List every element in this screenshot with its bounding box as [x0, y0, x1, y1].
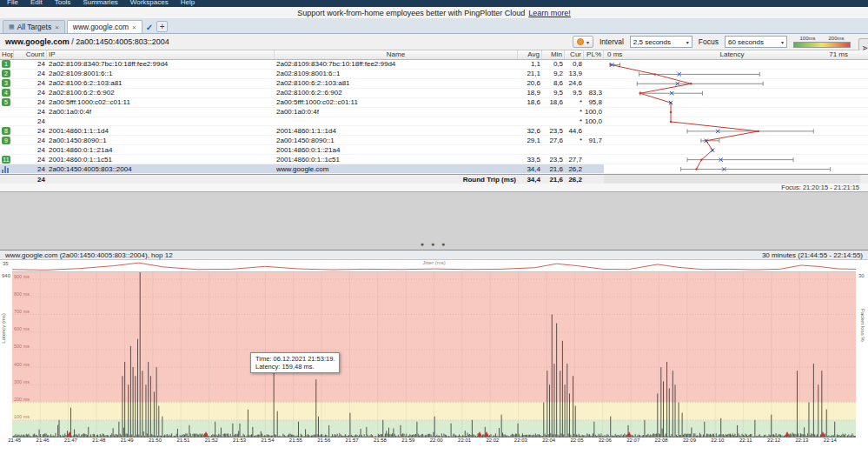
hop-row-12[interactable]: 242a00:1450:4005:803::2004www.google.com…	[0, 164, 868, 174]
time-label: 21:46	[36, 438, 50, 443]
focus-select[interactable]: 60 seconds ▾	[725, 36, 787, 48]
pl-cell: 100,0	[584, 108, 604, 117]
menu-tools[interactable]: Tools	[55, 0, 71, 7]
count-cell: 24	[14, 60, 47, 69]
col-pl[interactable]: PL%	[584, 50, 604, 59]
col-name[interactable]: Name	[275, 50, 518, 59]
ip-cell	[47, 117, 275, 126]
timeline-graph-area[interactable]: 100 ms200 ms300 ms400 ms500 ms600 ms700 …	[0, 272, 868, 438]
cur-cell	[565, 145, 584, 154]
interval-label: Interval	[600, 37, 624, 46]
avg-cell: 33,5	[518, 155, 542, 164]
hop-row-5[interactable]: 5242a00:5fff:1000:c02::c01:112a00:5fff:1…	[0, 98, 868, 108]
hop-badge: 2	[2, 70, 10, 77]
rt-graph-cell	[604, 175, 860, 184]
cur-cell: *	[565, 136, 584, 144]
avg-cell	[518, 108, 542, 117]
col-count[interactable]: Count	[14, 50, 47, 59]
close-icon[interactable]: ×	[55, 23, 59, 31]
ip-cell: 2a02:8100:6:2::6:902	[47, 89, 275, 97]
hop-row-7[interactable]: 24*100,0	[0, 117, 868, 127]
hop-row-2[interactable]: 2242a02:8109:8001:6::12a02:8109:8001:6::…	[0, 70, 868, 79]
promo-text: Support work-from-home employees better …	[297, 9, 525, 17]
hop-row-10[interactable]: 242001:4860:0:1::21a42001:4860:0:1::21a4	[0, 145, 868, 155]
ip-cell: 2a00:1a0:0:4f	[47, 108, 275, 117]
hop-row-6[interactable]: 242a00:1a0:0:4f2a00:1a0:0:4f*100,0	[0, 108, 868, 117]
count-cell: 24	[14, 70, 47, 78]
focus-value: 60 seconds	[728, 38, 764, 46]
time-label: 21:57	[346, 438, 359, 443]
pl-cell	[584, 70, 604, 78]
tab-bar: ▦ All Targets × www.google.com × ✓ +	[0, 19, 868, 34]
time-label: 22:14	[824, 438, 837, 443]
ip-cell: 2a00:5fff:1000:c02::c01:11	[47, 98, 275, 107]
min-cell	[542, 108, 565, 117]
hop-cell	[0, 117, 14, 126]
menu-workspaces[interactable]: Workspaces	[130, 0, 169, 7]
hop-cell: 5	[0, 98, 14, 107]
hop-row-8[interactable]: 8242001:4860:1:1::1d42001:4860:1:1::1d43…	[0, 126, 868, 136]
time-label: 22:13	[795, 438, 808, 443]
time-label: 21:54	[261, 438, 274, 443]
count-cell: 24	[14, 79, 47, 88]
splitter-dots[interactable]: ● ● ●	[421, 241, 448, 247]
packet-loss-marker	[477, 431, 482, 437]
scale-max-label: 71 ms	[829, 50, 848, 59]
pl-cell: 100,0	[584, 117, 604, 126]
timeline-graph-svg[interactable]: 100 ms200 ms300 ms400 ms500 ms600 ms700 …	[12, 272, 856, 438]
count-cell: 24	[14, 126, 47, 135]
count-cell: 24	[14, 145, 47, 154]
menu-edit[interactable]: Edit	[30, 0, 43, 7]
min-cell: 9,2	[542, 70, 565, 78]
rt-cur: 26,2	[565, 176, 584, 184]
svg-text:400 ms: 400 ms	[14, 362, 30, 367]
learn-more-link[interactable]: Learn more!	[528, 9, 571, 17]
hop-cell: 11	[0, 155, 14, 164]
hop-row-11[interactable]: 11242001:4860:0:1::1c512001:4860:0:1::1c…	[0, 155, 868, 164]
packet-loss-marker	[67, 431, 72, 437]
hop-row-9[interactable]: 9242a00:1450:8090::12a00:1450:8090::129,…	[0, 136, 868, 145]
hop-row-1[interactable]: 1242a02:8109:8340:7bc:10:18ff:fee2:99d42…	[0, 60, 868, 70]
time-label: 21:53	[233, 438, 246, 443]
legend-200-label: 200ms	[828, 36, 844, 42]
avg-cell: 32,6	[518, 126, 542, 135]
menu-bar: FileEditToolsSummariesWorkspacesHelp	[0, 0, 868, 7]
name-cell: 2001:4860:0:1::21a4	[275, 145, 518, 154]
avg-cell	[518, 117, 542, 126]
status-dropdown-button[interactable]: ▾	[573, 36, 593, 48]
menu-file[interactable]: File	[7, 0, 18, 7]
tab-all-targets[interactable]: ▦ All Targets ×	[3, 20, 65, 33]
avg-cell: 18,6	[518, 98, 542, 107]
cur-cell: *	[565, 98, 584, 107]
col-cur[interactable]: Cur	[565, 50, 584, 59]
tab-target[interactable]: www.google.com ×	[67, 20, 142, 33]
close-icon[interactable]: ×	[132, 23, 136, 31]
time-label: 21:52	[205, 438, 218, 443]
hop-cell	[0, 145, 14, 154]
pl-cell: 83,3	[584, 89, 604, 97]
table-header: Hop Count IP Name Avg Min Cur PL% 0 ms L…	[0, 50, 868, 60]
col-min[interactable]: Min	[542, 50, 565, 59]
chevron-down-icon: ▾	[781, 39, 784, 45]
min-cell: 9,5	[542, 89, 565, 97]
new-tab-button[interactable]: +	[156, 21, 168, 32]
svg-text:900 ms: 900 ms	[14, 274, 30, 279]
interval-select[interactable]: 2,5 seconds ▾	[630, 36, 692, 48]
time-label: 21:49	[121, 438, 134, 443]
hop-cell	[0, 108, 14, 117]
hop-row-4[interactable]: 4242a02:8100:6:2::6:9022a02:8100:6:2::6:…	[0, 89, 868, 98]
menu-help[interactable]: Help	[181, 0, 195, 7]
hop-row-3[interactable]: 3242a02:8100:6:2::103:a812a02:8100:6:2::…	[0, 79, 868, 89]
time-label: 22:03	[514, 438, 527, 443]
toolbar: www.google.com / 2a00:1450:4005:803::200…	[0, 34, 868, 50]
timeline-header[interactable]: www.google.com (2a00:1450:4005:803::2004…	[0, 250, 868, 260]
latency-header-label: Latency	[604, 50, 860, 59]
col-avg[interactable]: Avg	[518, 50, 542, 59]
col-hop[interactable]: Hop	[0, 50, 14, 59]
menu-summaries[interactable]: Summaries	[83, 0, 117, 7]
col-ip[interactable]: IP	[47, 50, 275, 59]
time-label: 22:04	[542, 438, 555, 443]
cur-cell: 9,5	[565, 89, 584, 97]
rt-avg: 34,4	[518, 176, 542, 184]
avg-cell	[518, 145, 542, 154]
